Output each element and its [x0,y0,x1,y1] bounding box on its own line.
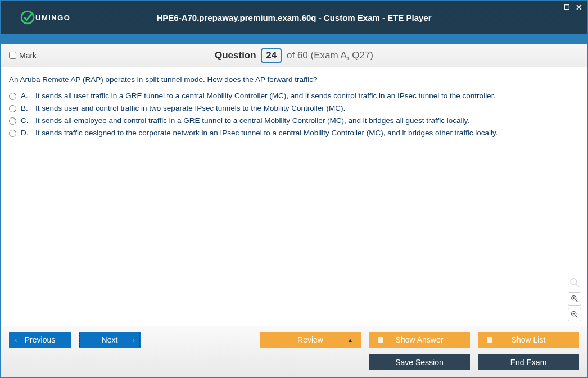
triangle-up-icon: ▲ [347,337,353,343]
app-logo: UMINGO [20,10,70,25]
option-a[interactable]: A. It sends all user traffic in a GRE tu… [9,92,579,100]
show-list-button[interactable]: Show List [478,332,579,348]
save-session-button[interactable]: Save Session [369,354,470,370]
option-c[interactable]: C. It sends all employee and control tra… [9,116,579,125]
option-b-radio[interactable] [9,105,16,112]
option-c-text: It sends all employee and control traffi… [35,116,469,125]
chevron-right-icon: › [132,335,135,344]
option-d-text: It sends traffic designed to the corpora… [35,129,497,137]
toolbar-row-1: ‹ Previous Next › Review ▲ Show Answer S… [9,332,579,348]
accent-ribbon [1,34,587,44]
show-answer-button[interactable]: Show Answer [369,332,470,348]
option-a-text: It sends all user traffic in a GRE tunne… [35,92,495,100]
question-of-text: of 60 (Exam A, Q27) [287,50,373,61]
option-c-letter: C. [21,116,31,125]
bottom-toolbar: ‹ Previous Next › Review ▲ Show Answer S… [1,326,587,377]
question-prompt: An Aruba Remote AP (RAP) operates in spl… [9,75,579,84]
mark-label: Mark [19,51,37,60]
zoom-controls [568,276,581,321]
svg-line-2 [576,284,579,287]
end-exam-button[interactable]: End Exam [478,354,579,370]
show-answer-label: Show Answer [396,335,444,344]
svg-line-8 [576,316,577,317]
zoom-out-icon[interactable] [568,308,581,321]
stop-icon [378,337,383,343]
option-a-radio[interactable] [9,93,16,100]
save-session-label: Save Session [395,358,444,367]
question-indicator: Question 24 of 60 (Exam A, Q27) [1,48,587,63]
option-b-letter: B. [21,104,31,112]
question-number-box: 24 [261,48,282,63]
close-icon[interactable]: ✕ [575,3,584,12]
option-d[interactable]: D. It sends traffic designed to the corp… [9,129,579,137]
chevron-left-icon: ‹ [15,335,17,344]
stop-icon [487,337,492,343]
previous-button[interactable]: ‹ Previous [9,332,71,348]
mark-checkbox-wrap[interactable]: Mark [9,51,37,60]
question-word: Question [215,50,256,61]
question-body: An Aruba Remote AP (RAP) operates in spl… [1,67,587,326]
show-list-label: Show List [512,335,546,344]
window-controls: _ ☐ ✕ [550,3,584,12]
mark-checkbox[interactable] [9,52,16,59]
review-label: Review [297,335,323,344]
window-title: HPE6-A70.prepaway.premium.exam.60q - Cus… [1,13,587,22]
toolbar-row-2: Save Session End Exam [9,354,579,370]
review-button[interactable]: Review ▲ [260,332,361,348]
option-a-letter: A. [21,92,31,100]
option-d-radio[interactable] [9,130,16,137]
question-bar: Mark Question 24 of 60 (Exam A, Q27) [1,44,587,67]
search-icon[interactable] [568,276,581,289]
option-d-letter: D. [21,129,31,137]
option-b[interactable]: B. It sends user and control traffic in … [9,104,579,112]
option-c-radio[interactable] [9,117,16,125]
title-bar: UMINGO HPE6-A70.prepaway.premium.exam.60… [1,1,587,34]
logo-text: UMINGO [35,13,70,22]
end-exam-label: End Exam [510,358,547,367]
previous-label: Previous [25,335,55,344]
next-button[interactable]: Next › [79,332,141,348]
svg-point-0 [21,11,34,24]
maximize-icon[interactable]: ☐ [562,3,571,12]
logo-checkmark-icon [20,10,35,25]
next-label: Next [102,335,118,344]
zoom-in-icon[interactable] [568,292,581,306]
svg-line-4 [576,300,577,302]
minimize-icon[interactable]: _ [550,3,559,12]
app-window: UMINGO HPE6-A70.prepaway.premium.exam.60… [0,0,588,378]
option-b-text: It sends user and control traffic in two… [35,104,345,112]
